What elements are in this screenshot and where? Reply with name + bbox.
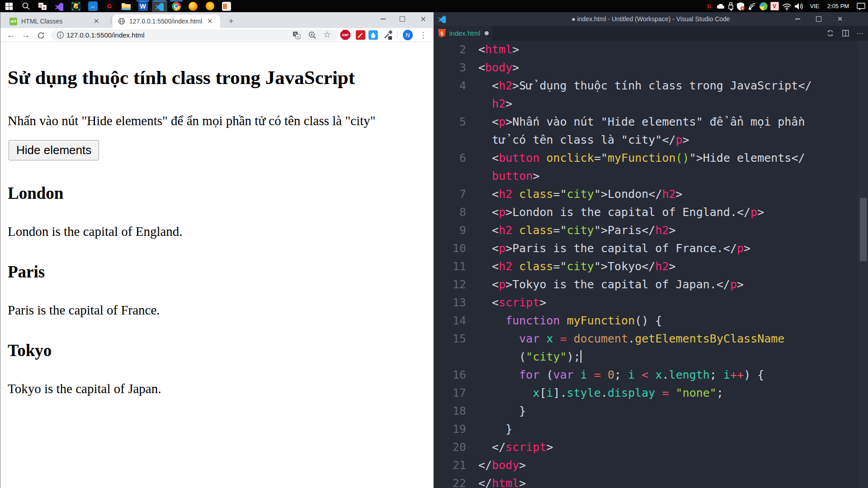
color-drop-extension-icon[interactable] (368, 30, 378, 40)
code-text: x[i].style.display = "none"; (466, 384, 723, 402)
tray-satellite-icon[interactable] (746, 0, 757, 12)
more-actions-icon[interactable]: ⋯ (853, 26, 867, 41)
code-line[interactable]: 7 <h2 class="city">London</h2> (434, 185, 868, 203)
code-line[interactable]: 12 <p>Tokyo is the capital of Japan.</p> (434, 276, 868, 294)
code-text: } (466, 402, 526, 420)
code-line[interactable]: 17 x[i].style.display = "none"; (434, 384, 868, 402)
taskbar-photos-button[interactable] (219, 0, 234, 12)
taskbar-file-explorer-button[interactable] (118, 0, 134, 12)
annotate-extension-icon[interactable] (355, 30, 365, 40)
code-line[interactable]: 13 <script> (434, 294, 868, 312)
browser-menu-icon[interactable]: ⋮ (418, 30, 428, 40)
taskbar-chrome-button[interactable] (169, 0, 184, 12)
vscode-minimize-button[interactable] (788, 12, 807, 26)
code-editor[interactable]: 2<html>3<body>4 <h2>Sử dụng thuộc tính c… (434, 41, 868, 488)
bookmark-star-icon[interactable]: ☆ (323, 29, 331, 38)
close-window-button[interactable]: ✕ (414, 12, 432, 26)
code-line[interactable]: 15 var x = document.getElementsByClassNa… (434, 330, 868, 348)
adblock-plus-extension-icon[interactable]: ABP (340, 30, 350, 40)
hide-elements-button[interactable]: Hide elements (9, 140, 99, 160)
taskbar-garena-button[interactable]: G (102, 0, 117, 12)
taskbar-visual-studio-button[interactable] (52, 0, 67, 12)
code-text: <script> (466, 294, 547, 312)
taskbar-word-button[interactable]: W (135, 0, 151, 12)
code-text: <p>London is the capital of England.</p> (466, 203, 764, 221)
vscode-close-button[interactable]: ✕ (830, 12, 850, 26)
line-number: 5 (434, 113, 466, 131)
code-line[interactable]: ("city"); (434, 348, 868, 366)
tray-wifi-icon[interactable] (781, 0, 793, 12)
tray-garena-icon[interactable]: G (704, 0, 714, 12)
taskbar-firefox-button[interactable] (185, 0, 201, 12)
tray-onedrive-icon[interactable] (715, 0, 726, 12)
maximize-window-button[interactable] (393, 12, 411, 26)
code-line[interactable]: 10 <p>Paris is the capital of France.</p… (434, 239, 868, 258)
city-heading: Paris (8, 263, 434, 282)
code-text: <h2>Sử dụng thuộc tính class trong JavaS… (466, 77, 812, 95)
language-indicator[interactable]: VIE (807, 0, 823, 12)
code-line[interactable]: 6 <button onclick="myFunction()">Hide el… (434, 149, 868, 167)
browser-tab-localhost[interactable]: 127.0.0.1:5500/index.html ✕ (113, 14, 220, 28)
profile-avatar[interactable]: N (403, 30, 413, 40)
address-bar[interactable]: 127.0.0.1:5500/index.html Aa ☆ (51, 29, 338, 41)
unsaved-changes-dot[interactable] (485, 31, 489, 35)
eyedropper-extension-icon[interactable] (382, 30, 392, 40)
scrollbar-thumb[interactable] (860, 198, 867, 261)
editor-tab-index-html[interactable]: 5 index.html (434, 26, 492, 41)
code-line[interactable]: 5 <p>Nhấn vào nút "Hide elements" để ẩn … (434, 113, 868, 131)
split-editor-icon[interactable] (839, 26, 852, 41)
code-line[interactable]: 20 </script> (434, 438, 868, 456)
code-line[interactable]: 3<body> (434, 59, 868, 77)
code-line[interactable]: 22</html> (434, 474, 868, 488)
code-line[interactable]: 4 <h2>Sử dụng thuộc tính class trong Jav… (434, 77, 868, 95)
taskbar-search-button[interactable] (18, 0, 33, 12)
code-line[interactable]: 11 <h2 class="city">Tokyo</h2> (434, 258, 868, 276)
browser-window: w3 HTML Classes ✕ 127.0.0.1:5500/index.h… (0, 12, 434, 488)
code-line[interactable]: 8 <p>London is the capital of England.</… (434, 203, 868, 221)
taskbar-vscode-button[interactable] (152, 0, 167, 12)
code-line[interactable]: h2> (434, 95, 868, 113)
taskbar-unikey-button[interactable]: un (35, 0, 50, 12)
browser-tab-html-classes[interactable]: w3 HTML Classes ✕ (5, 14, 109, 28)
zoom-icon[interactable] (308, 31, 316, 39)
photos-icon (222, 2, 231, 11)
taskbar-teamviewer-button[interactable]: ↔ (85, 0, 100, 12)
minimize-window-button[interactable] (374, 12, 392, 26)
close-tab-icon[interactable]: ✕ (94, 17, 99, 25)
taskbar-game-button[interactable] (202, 0, 217, 12)
tray-defender-icon[interactable] (736, 0, 745, 12)
code-line[interactable]: 9 <h2 class="city">Paris</h2> (434, 221, 868, 239)
code-line[interactable]: tử có tên class là "city"</p> (434, 131, 868, 149)
notification-center-icon[interactable] (854, 0, 867, 12)
reload-icon (37, 32, 45, 39)
back-button[interactable]: ← (5, 29, 17, 41)
code-line[interactable]: button> (434, 167, 868, 185)
tray-idm-icon[interactable]: ↓ (758, 0, 769, 12)
forward-button[interactable]: → (20, 29, 32, 41)
w3schools-favicon: w3 (9, 18, 17, 25)
taskbar-screen-capture-button[interactable] (68, 0, 84, 12)
url-text: 127.0.0.1:5500/index.html (66, 31, 145, 39)
editor-scrollbar[interactable] (858, 41, 868, 488)
code-line[interactable]: 16 for (var i = 0; i < x.length; i++) { (434, 366, 868, 384)
code-line[interactable]: 2<html> (434, 41, 868, 59)
sync-changes-icon[interactable] (823, 26, 837, 41)
translate-icon[interactable]: Aa (292, 31, 301, 39)
line-number: 17 (434, 384, 466, 402)
new-tab-button[interactable]: + (226, 16, 236, 27)
start-button[interactable] (1, 0, 17, 12)
page-info-icon[interactable] (57, 31, 65, 39)
word-icon: W (138, 1, 148, 11)
code-line[interactable]: 18 } (434, 402, 868, 420)
tray-vmware-icon[interactable]: V (769, 0, 780, 12)
close-tab-icon[interactable]: ✕ (207, 17, 213, 25)
vscode-maximize-button[interactable] (809, 12, 829, 26)
code-line[interactable]: 21</body> (434, 456, 868, 474)
code-line[interactable]: 14 function myFunction() { (434, 312, 868, 330)
taskbar: un ↔ G W G (0, 0, 868, 12)
clock[interactable]: 2:05 PM (824, 0, 853, 12)
reload-button[interactable] (35, 29, 47, 41)
tray-volume-icon[interactable] (793, 0, 805, 12)
code-line[interactable]: 19 } (434, 420, 868, 438)
tray-usb-eject-icon[interactable] (726, 0, 735, 12)
